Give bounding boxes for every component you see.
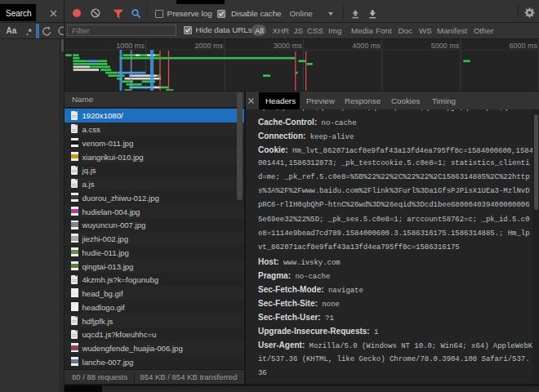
- svg-text:1000 ms: 1000 ms: [116, 42, 145, 50]
- svg-text:5000 ms: 5000 ms: [431, 42, 460, 50]
- svg-text:4000 ms: 4000 ms: [352, 42, 381, 50]
- svg-text:6000 ms: 6000 ms: [509, 42, 537, 50]
- svg-text:2000 ms: 2000 ms: [195, 42, 224, 50]
- svg-text:3000 ms: 3000 ms: [274, 42, 302, 50]
